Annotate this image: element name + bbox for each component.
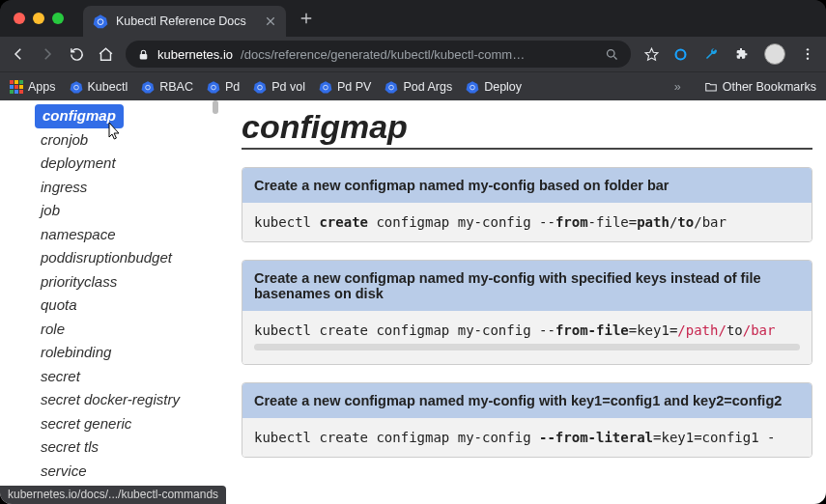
- sidebar-item-secret-generic[interactable]: secret generic: [0, 412, 220, 436]
- browser-window: Kubectl Reference Docs kubernetes.io/doc…: [0, 0, 826, 504]
- svg-marker-0: [94, 14, 108, 28]
- kubernetes-icon: [70, 80, 83, 94]
- svg-rect-15: [14, 90, 18, 94]
- kubernetes-icon: [385, 80, 398, 94]
- svg-rect-10: [19, 80, 23, 84]
- example-code[interactable]: kubectl create configmap my-config --fro…: [242, 418, 812, 457]
- minimize-window-button[interactable]: [33, 13, 44, 24]
- example-title: Create a new configmap named my-config w…: [242, 383, 812, 418]
- extensions-icon[interactable]: [733, 45, 751, 63]
- code-example: Create a new configmap named my-config b…: [242, 167, 812, 242]
- sidebar-item-configmap[interactable]: configmap: [35, 104, 124, 128]
- svg-rect-9: [14, 80, 18, 84]
- bookmark-label: RBAC: [159, 80, 193, 94]
- svg-marker-25: [320, 81, 332, 93]
- sidebar-item-rolebinding[interactable]: rolebinding: [0, 341, 220, 365]
- other-bookmarks-label: Other Bookmarks: [723, 80, 816, 94]
- svg-rect-2: [140, 53, 148, 58]
- example-title: Create a new configmap named my-config w…: [242, 261, 812, 311]
- sidebar-item-job[interactable]: job: [0, 199, 220, 223]
- svg-point-3: [608, 49, 615, 57]
- bookmark-label: Pd vol: [271, 80, 305, 94]
- sidebar: configmapcronjobdeploymentingressjobname…: [0, 100, 220, 504]
- lock-icon: [137, 48, 150, 61]
- svg-marker-27: [385, 81, 398, 93]
- profile-avatar[interactable]: [764, 43, 785, 65]
- sidebar-item-secret[interactable]: secret: [0, 365, 220, 389]
- other-bookmarks-button[interactable]: Other Bookmarks: [704, 80, 816, 94]
- sidebar-item-ingress[interactable]: ingress: [0, 176, 220, 200]
- url-path: /docs/reference/generated/kubectl/kubect…: [241, 47, 525, 62]
- sidebar-item-quota[interactable]: quota: [0, 294, 220, 318]
- apps-label: Apps: [28, 80, 56, 94]
- example-code[interactable]: kubectl create configmap my-config --fro…: [242, 203, 812, 241]
- new-tab-button[interactable]: [299, 12, 313, 25]
- star-icon[interactable]: [642, 45, 660, 63]
- browser-tab[interactable]: Kubectl Reference Docs: [83, 6, 286, 37]
- back-button[interactable]: [10, 45, 27, 63]
- wrench-icon[interactable]: [702, 45, 720, 63]
- sidebar-item-poddisruptionbudget[interactable]: poddisruptionbudget: [0, 246, 220, 270]
- window-controls: [14, 13, 64, 24]
- svg-point-7: [807, 57, 809, 59]
- sidebar-item-cronjob[interactable]: cronjob: [0, 128, 220, 153]
- kubernetes-icon: [93, 14, 108, 29]
- apps-icon: [10, 80, 23, 94]
- sidebar-scrollbar[interactable]: [213, 100, 218, 504]
- bookmarks-bar: Apps KubectlRBACPdPd volPd PVPod ArgsDep…: [0, 71, 826, 100]
- reload-button[interactable]: [68, 45, 85, 63]
- main-panel: configmap Create a new configmap named m…: [220, 100, 826, 504]
- example-code[interactable]: kubectl create configmap my-config --fro…: [242, 311, 812, 364]
- kubernetes-icon: [207, 80, 220, 94]
- svg-marker-19: [142, 81, 155, 93]
- maximize-window-button[interactable]: [52, 13, 64, 24]
- bookmark-label: Pod Args: [403, 80, 452, 94]
- svg-point-6: [807, 53, 809, 55]
- address-bar[interactable]: kubernetes.io/docs/reference/generated/k…: [126, 41, 631, 68]
- bookmark-label: Kubectl: [88, 80, 128, 94]
- home-button[interactable]: [97, 45, 114, 63]
- bookmark-pd-pv[interactable]: Pd PV: [319, 80, 371, 94]
- bookmark-pd[interactable]: Pd: [207, 80, 240, 94]
- folder-icon: [704, 80, 718, 94]
- svg-rect-13: [19, 85, 23, 89]
- url-host: kubernetes.io: [157, 47, 233, 62]
- kubernetes-icon: [253, 80, 267, 94]
- svg-point-4: [675, 49, 685, 59]
- sidebar-item-deployment[interactable]: deployment: [0, 152, 220, 176]
- sidebar-item-secret-docker-registry[interactable]: secret docker-registry: [0, 388, 220, 412]
- extension-ring-icon[interactable]: [671, 45, 689, 63]
- sidebar-item-namespace[interactable]: namespace: [0, 223, 220, 247]
- close-tab-icon[interactable]: [265, 15, 276, 27]
- page-title: configmap: [242, 108, 812, 150]
- example-title: Create a new configmap named my-config b…: [242, 168, 812, 203]
- bookmark-pd-vol[interactable]: Pd vol: [253, 80, 305, 94]
- search-icon[interactable]: [605, 47, 619, 62]
- svg-point-5: [807, 48, 809, 50]
- forward-button[interactable]: [39, 45, 56, 63]
- bookmarks-overflow-icon[interactable]: »: [674, 80, 681, 94]
- sidebar-item-priorityclass[interactable]: priorityclass: [0, 270, 220, 294]
- sidebar-item-secret-tls[interactable]: secret tls: [0, 435, 220, 460]
- sidebar-item-role[interactable]: role: [0, 318, 220, 342]
- kubernetes-icon: [319, 80, 332, 94]
- bookmark-deploy[interactable]: Deploy: [466, 80, 522, 94]
- bookmark-rbac[interactable]: RBAC: [141, 80, 193, 94]
- nav-toolbar: kubernetes.io/docs/reference/generated/k…: [0, 37, 826, 71]
- code-example: Create a new configmap named my-config w…: [242, 382, 812, 458]
- bookmark-pod-args[interactable]: Pod Args: [385, 80, 452, 94]
- code-example: Create a new configmap named my-config w…: [242, 260, 812, 365]
- bookmark-kubectl[interactable]: Kubectl: [70, 80, 128, 94]
- apps-button[interactable]: Apps: [10, 80, 56, 94]
- svg-marker-21: [208, 81, 220, 93]
- sidebar-item-service[interactable]: service: [0, 460, 220, 484]
- close-window-button[interactable]: [14, 13, 25, 24]
- svg-rect-11: [10, 85, 14, 89]
- status-text: kubernetes.io/docs/.../kubectl-commands: [8, 488, 218, 501]
- kubernetes-icon: [466, 80, 479, 94]
- kubernetes-icon: [141, 80, 155, 94]
- status-bar: kubernetes.io/docs/.../kubectl-commands: [0, 486, 226, 504]
- tab-title: Kubectl Reference Docs: [116, 14, 246, 28]
- menu-icon[interactable]: [799, 45, 816, 63]
- horizontal-scrollbar[interactable]: [254, 344, 800, 350]
